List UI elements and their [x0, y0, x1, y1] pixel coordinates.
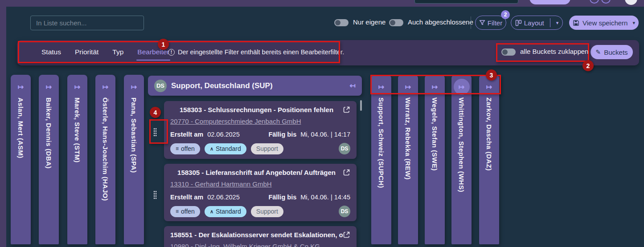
filter-button[interactable]: Filter: [475, 16, 506, 30]
list-icon: ≡: [176, 146, 179, 152]
ticket-card-158305[interactable]: 158305 - Lieferanschrift auf Angeboten/ …: [164, 164, 357, 221]
due-value: Mi, 04.06. | 14:17: [300, 131, 350, 138]
chevron-down-icon[interactable]: ▾: [556, 20, 559, 26]
customer-link[interactable]: 13310 - Gerhard Hartmann GmbH: [170, 180, 272, 188]
bucket-avatar: DS: [154, 80, 167, 92]
open-ticket-icon[interactable]: [343, 106, 350, 113]
bucket-label: Marek, Steve (STM): [74, 97, 81, 163]
assignee-avatar[interactable]: DS: [339, 143, 350, 154]
expand-bucket-icon[interactable]: ↦: [126, 79, 142, 95]
customer-link[interactable]: 20770 - Computerschmiede Jenbach GmbH: [170, 117, 301, 125]
search-input[interactable]: [30, 16, 144, 30]
bucket-scrollbar[interactable]: [360, 100, 362, 111]
window-frame-left: [0, 0, 6, 247]
layout-icon: [515, 20, 522, 26]
bucket-label: Aslan, Mert (ASM): [17, 97, 25, 158]
ticket-card-158551[interactable]: 158551 - Der Eskalationsserver sendet Es…: [164, 226, 357, 247]
button-divider: [550, 18, 550, 27]
app-header-bar: [0, 0, 644, 7]
header-icon-button[interactable]: [590, 0, 599, 4]
bucket-label: Baiker, Dennis (DBA): [45, 97, 53, 169]
bucket-label: Österle, Hans-Joachim (HAJO): [102, 97, 109, 201]
annotation-box-3: [370, 75, 501, 94]
toggle-knob: [502, 49, 508, 55]
bucket-label: Support, Schweiz (SUPCH): [377, 97, 385, 188]
alle-buckets-zuklappen-label: alle Buckets zuklappen: [520, 48, 588, 55]
bucket-column-wegele: ↦ Wegele, Stefan (SWE): [425, 75, 445, 244]
filter-funnel-icon: [479, 20, 485, 26]
annotation-box-1: [18, 41, 340, 63]
due-value: Mi, 04.06. | 14:45: [300, 194, 350, 201]
expand-bucket-icon[interactable]: ↦: [13, 79, 29, 95]
annotation-marker-4: 4: [150, 107, 161, 118]
filter-count-badge: 2: [501, 10, 510, 19]
header-icon-button[interactable]: [601, 0, 611, 4]
save-icon: [573, 20, 579, 26]
assignee-avatar[interactable]: DS: [339, 206, 350, 217]
expand-bucket-icon[interactable]: ↦: [70, 79, 86, 95]
toggle-knob: [335, 20, 340, 25]
bucket-column-oesterle: ↦ Österle, Hans-Joachim (HAJO): [95, 75, 115, 244]
nur-eigene-toggle[interactable]: [334, 19, 349, 26]
buckets-button-label: Buckets: [604, 49, 628, 56]
bucket-label: Pana, Sebastian (SPA): [130, 97, 138, 173]
card-drag-handle[interactable]: [153, 190, 157, 199]
header-primary-button[interactable]: [529, 0, 570, 4]
type-badge-label: Support: [256, 208, 278, 215]
annotation-marker-2: 2: [582, 60, 594, 71]
annotation-box-4: [149, 119, 168, 144]
bucket-column-whittington: ↦ Whittington, Stephen (WHS): [451, 75, 472, 244]
buckets-button[interactable]: ✎ Buckets: [591, 45, 633, 59]
chevron-down-icon[interactable]: ▾: [632, 20, 635, 26]
bucket-column-support-schweiz: ↦ Support, Schweiz (SUPCH): [371, 75, 391, 244]
annotation-marker-3: 3: [486, 69, 497, 81]
card-title: 158551 - Der Eskalationsserver sendet Es…: [170, 231, 343, 239]
card-title: 158303 - Schlussrechnungen - Positionen …: [170, 106, 343, 113]
list-icon: ≡: [176, 208, 179, 215]
filter-button-label: Filter: [488, 19, 502, 27]
auch-abgeschlossene-label: Auch abgeschlossene: [408, 18, 473, 26]
status-badge[interactable]: ≡ offen: [170, 206, 200, 217]
bucket-column-marek: ↦ Marek, Steve (STM): [67, 75, 87, 244]
nur-eigene-label: Nur eigene: [353, 18, 386, 26]
due-label: Fällig bis: [268, 131, 296, 138]
expand-bucket-icon[interactable]: ↦: [41, 79, 57, 95]
type-badge[interactable]: Support: [251, 143, 283, 154]
priority-badge[interactable]: ∧ Standard: [205, 206, 246, 217]
open-ticket-icon[interactable]: [343, 169, 350, 176]
bucket-label: Whittington, Stephen (WHS): [458, 97, 465, 192]
global-search-input[interactable]: [414, 0, 518, 4]
auch-abgeschlossene-toggle[interactable]: [389, 19, 403, 26]
ticket-card-158303[interactable]: 158303 - Schlussrechnungen - Positionen …: [164, 101, 357, 159]
toggle-knob: [390, 20, 395, 25]
bucket-column-aslan: ↦ Aslan, Mert (ASM): [11, 75, 31, 244]
chevron-up-icon: ∧: [210, 209, 213, 215]
created-label: Erstellt am: [170, 131, 203, 138]
open-ticket-icon[interactable]: [343, 231, 350, 239]
type-badge-label: Support: [256, 145, 278, 152]
type-badge[interactable]: Support: [251, 206, 283, 217]
priority-badge-label: Standard: [216, 145, 241, 152]
toolbar-divider: [471, 16, 471, 29]
view-speichern-button[interactable]: View speichern ▾: [569, 16, 639, 30]
bucket-title: Support, Deutschland (SUP): [171, 81, 273, 90]
created-value: 02.06.2025: [207, 194, 240, 201]
card-title: 158305 - Lieferanschrift auf Angeboten/ …: [170, 169, 343, 176]
view-speichern-label: View speichern: [582, 19, 628, 27]
alle-buckets-zuklappen-toggle[interactable]: [501, 49, 516, 56]
expand-bucket-icon[interactable]: ↦: [98, 79, 114, 95]
status-badge-label: offen: [181, 145, 195, 152]
bucket-column-baiker: ↦ Baiker, Dennis (DBA): [39, 75, 59, 244]
status-badge-label: offen: [181, 208, 195, 215]
collapse-bucket-icon[interactable]: ↤: [350, 81, 356, 90]
bucket-label: Zarkov, Dascha (DAZ): [485, 97, 493, 171]
bucket-header-support-deutschland[interactable]: DS Support, Deutschland (SUP) ↤: [148, 76, 362, 96]
chevron-up-icon: ∧: [210, 146, 213, 152]
customer-link[interactable]: 10980 - Dipl.-Ing. Wilhelm Krieger GmbH …: [170, 243, 320, 247]
bucket-column-pana: ↦ Pana, Sebastian (SPA): [124, 75, 144, 244]
user-avatar[interactable]: [625, 0, 637, 5]
priority-badge[interactable]: ∧ Standard: [205, 143, 246, 154]
bucket-column-zarkov: ↦ Zarkov, Dascha (DAZ): [479, 75, 499, 244]
status-badge[interactable]: ≡ offen: [170, 143, 200, 154]
layout-button[interactable]: Layout ▾: [511, 16, 563, 30]
